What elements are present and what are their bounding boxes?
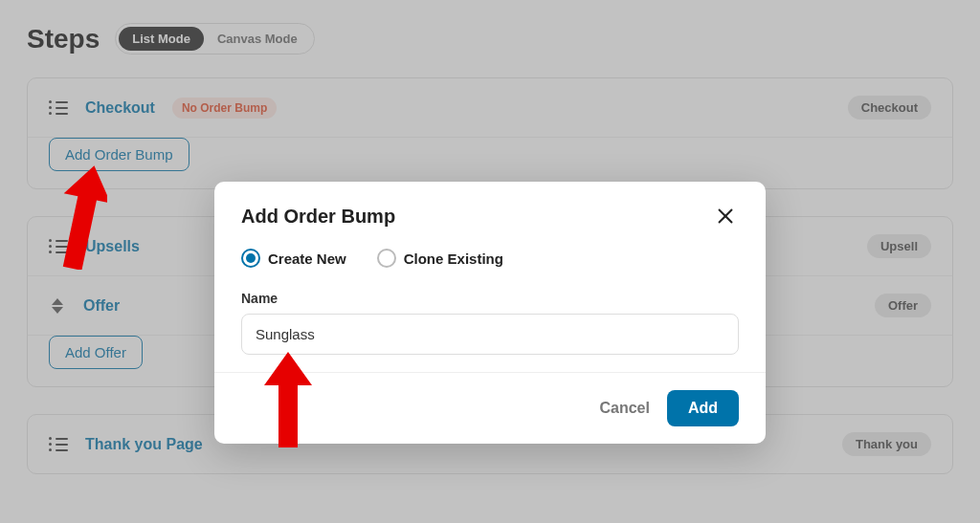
create-new-radio[interactable]: Create New <box>241 249 346 268</box>
modal-overlay: Add Order Bump Create New Clone Existing… <box>0 0 980 523</box>
name-input[interactable] <box>241 314 739 355</box>
modal-title: Add Order Bump <box>241 206 712 228</box>
cancel-button[interactable]: Cancel <box>599 400 649 417</box>
clone-existing-radio[interactable]: Clone Existing <box>377 249 503 268</box>
add-order-bump-modal: Add Order Bump Create New Clone Existing… <box>214 182 766 444</box>
create-option-group: Create New Clone Existing <box>241 249 739 268</box>
radio-label: Create New <box>268 251 346 267</box>
radio-label: Clone Existing <box>404 251 503 267</box>
close-icon[interactable] <box>712 203 739 229</box>
name-field-label: Name <box>241 291 739 306</box>
add-button[interactable]: Add <box>667 390 739 426</box>
